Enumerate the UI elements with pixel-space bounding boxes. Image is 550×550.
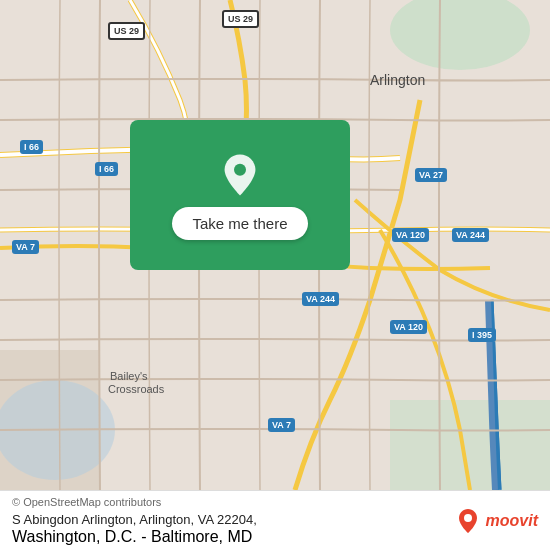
moovit-brand-text: moovit	[486, 512, 538, 530]
address-line2: Washington, D.C. - Baltimore, MD	[12, 528, 252, 545]
shield-va244-bottom: VA 244	[302, 292, 339, 306]
svg-point-14	[234, 163, 246, 175]
popup-overlay: Take me there	[130, 120, 350, 270]
shield-va120-bottom: VA 120	[390, 320, 427, 334]
svg-rect-10	[390, 400, 550, 490]
svg-point-15	[464, 514, 472, 522]
shield-i66-center: I 66	[95, 162, 118, 176]
bottom-bar: © OpenStreetMap contributors S Abingdon …	[0, 490, 550, 550]
shield-va7-left: VA 7	[12, 240, 39, 254]
shield-va7-bottom: VA 7	[268, 418, 295, 432]
svg-text:Crossroads: Crossroads	[108, 383, 165, 395]
shield-va27: VA 27	[415, 168, 447, 182]
moovit-brand-icon	[454, 507, 482, 535]
shield-us29-topleft: US 29	[108, 22, 145, 40]
shield-i395: I 395	[468, 328, 496, 342]
location-pin-icon	[216, 151, 264, 199]
shield-va120-right: VA 120	[392, 228, 429, 242]
address-container: S Abingdon Arlington, Arlington, VA 2220…	[12, 510, 257, 546]
shield-va244-right: VA 244	[452, 228, 489, 242]
moovit-logo: moovit	[454, 507, 538, 535]
shield-us29-topcenter: US 29	[222, 10, 259, 28]
address-line1: S Abingdon Arlington, Arlington, VA 2220…	[12, 512, 257, 527]
shield-i66-left: I 66	[20, 140, 43, 154]
bottom-left-info: © OpenStreetMap contributors S Abingdon …	[12, 496, 257, 546]
take-me-there-button[interactable]: Take me there	[172, 207, 307, 240]
map-container: Arlington Bailey's Crossroads US 29 US 2…	[0, 0, 550, 490]
osm-attribution: © OpenStreetMap contributors	[12, 496, 257, 508]
svg-text:Arlington: Arlington	[370, 72, 425, 88]
svg-text:Bailey's: Bailey's	[110, 370, 148, 382]
